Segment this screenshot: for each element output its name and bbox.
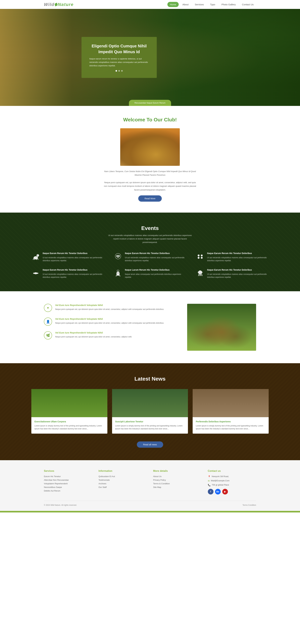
nav-services[interactable]: Services — [192, 2, 206, 7]
svg-point-0 — [34, 256, 38, 259]
logo[interactable]: Wild Nature — [44, 2, 74, 7]
news-title-2: Suscipit Laboriose Tenetur — [115, 420, 185, 423]
read-all-button[interactable]: Read all news — [137, 442, 163, 448]
svg-point-9 — [116, 255, 117, 256]
footer-service-5[interactable]: Debitis Aut Rerum — [44, 490, 92, 492]
event-text-5: Itaque Larum Rerum Hic Tenetur Doloribus… — [125, 268, 187, 279]
nav-about[interactable]: About — [180, 2, 191, 7]
event-title-1: Itaque Earum Rerum Hic Tenetur Doloribus — [43, 252, 104, 255]
svg-line-4 — [37, 259, 37, 260]
read-more-button[interactable]: Read More — [138, 195, 162, 202]
feature-item-3: 🌿 Vel Eum Iure Reprehenderit Voluptate N… — [44, 331, 178, 340]
hero-dot-3[interactable] — [121, 70, 123, 72]
svg-line-3 — [34, 259, 35, 260]
footer-more-heading: More details — [153, 470, 202, 472]
footer-info-heading: Information — [99, 470, 147, 472]
contact-email: ✉ Mail@Example.Com — [208, 480, 256, 482]
facebook-icon[interactable]: f — [208, 489, 213, 494]
behance-icon[interactable]: Be — [215, 489, 221, 494]
news-body-1: Lorem ipsum is simply dummy text of the … — [35, 424, 104, 430]
main-nav: Home About Services Typo Photo Gallery C… — [167, 2, 256, 7]
contact-address-text: Newyork Sill Road, — [212, 475, 229, 478]
svg-line-19 — [118, 270, 119, 271]
logo-nature: Nature — [58, 2, 74, 7]
footer-terms[interactable]: Terms Condition — [242, 504, 256, 506]
event-title-3: Itaque Earum Rerum Hic Tenetur Doloribus — [207, 252, 269, 255]
hero-cta-button[interactable]: Recusandae Itaque Earum Rerum — [129, 100, 171, 106]
event-title-4: Itaque Earum Rerum Hic Tenetur Doloribus — [43, 268, 104, 272]
svg-point-17 — [37, 273, 38, 274]
feature-item-2: 👤 Vel Eum Iure Reprehenderit Voluptate N… — [44, 318, 178, 326]
footer-service-1[interactable]: Earum Hic Tenetur — [44, 475, 92, 478]
footer-more-4[interactable]: Site Map — [153, 486, 202, 488]
lion-image — [120, 128, 180, 166]
event-item-1: Itaque Earum Rerum Hic Tenetur Doloribus… — [31, 252, 104, 262]
nav-typo[interactable]: Typo — [208, 2, 218, 7]
event-title-2: Itaque Earum Rerum Hic Tenetur Doloribus — [125, 252, 187, 255]
svg-point-20 — [116, 272, 120, 276]
svg-point-28 — [201, 272, 201, 272]
news-card-body-3: Perferendis Doloribus Asperiores Lorem i… — [193, 417, 269, 434]
svg-line-30 — [200, 274, 200, 276]
news-image-1 — [31, 389, 107, 417]
news-card-3: Perferendis Doloribus Asperiores Lorem i… — [193, 389, 269, 434]
footer-more-list: About Us Privacy Policy Terms & Conditio… — [153, 475, 202, 488]
footer-service-2[interactable]: Altercitae Non Recusandae — [44, 479, 92, 481]
footer-grid: Services Earum Hic Tenetur Altercitae No… — [44, 470, 256, 494]
svg-point-11 — [198, 254, 200, 256]
event-body-4: Ut aut reiciendis voluptatibus maiores a… — [43, 273, 104, 279]
footer-more-1[interactable]: About Us — [153, 475, 202, 478]
footer-service-3[interactable]: Voluptatem Reprehenderit — [44, 482, 92, 485]
hero-dots — [89, 70, 149, 72]
footer-service-4[interactable]: Necessitibus Saepe — [44, 486, 92, 488]
svg-point-26 — [198, 271, 203, 274]
footer-copyright: © 2024 Wild Nature. All rights reserved. — [44, 504, 77, 506]
green-bar — [0, 511, 300, 512]
footer-info-2[interactable]: Testimonials — [99, 479, 147, 481]
footer-more-3[interactable]: Terms & Condition — [153, 482, 202, 485]
latest-news-section: Latest News Exercitationem Ullam Corpora… — [0, 363, 300, 460]
footer-info-4[interactable]: Our Staff — [99, 486, 147, 488]
welcome-heading: Welcome To Our Club! — [60, 117, 240, 123]
feature-body-2: Neque porro quisquam est, qui dolorem ip… — [55, 322, 164, 324]
event-body-5: Itaque larum alias consequatur aut perfe… — [125, 273, 187, 279]
footer-contact-heading: Contact us — [208, 470, 256, 472]
welcome-section: Welcome To Our Club! Nam Libero Tempore,… — [0, 106, 300, 212]
svg-line-22 — [119, 275, 120, 276]
hero-title: Eligendi Optio Cumque Nihil Impedit Quo … — [89, 43, 149, 54]
footer: Services Earum Hic Tenetur Altercitae No… — [0, 460, 300, 511]
event-title-5: Itaque Larum Rerum Hic Tenetur Doloribus — [125, 268, 187, 272]
svg-line-29 — [198, 274, 199, 276]
welcome-body: Neque porro quisquam est, qui dolorem ip… — [103, 181, 197, 192]
news-body-2: Lorem ipsum is simply dummy text of the … — [115, 424, 185, 430]
event-body-1: Ut aut reiciendis voluptatibus maiores a… — [43, 256, 104, 262]
nav-home[interactable]: Home — [167, 2, 179, 7]
event-text-4: Itaque Earum Rerum Hic Tenetur Doloribus… — [43, 268, 104, 279]
contact-phone: 📞 756 gt global Place — [208, 484, 256, 486]
footer-info-3[interactable]: Archives — [99, 482, 147, 485]
feature-body-3: Neque porro quisquam est, qui dolorem ip… — [55, 335, 132, 338]
contact-email-text: Mail@Example.Com — [211, 480, 230, 482]
nav-contact-us[interactable]: Contact Us — [239, 2, 256, 7]
feature-icon-3: 🌿 — [44, 331, 52, 340]
nav-photo-gallery[interactable]: Photo Gallery — [219, 2, 238, 7]
footer-more-2[interactable]: Privacy Policy — [153, 479, 202, 481]
hero-dot-2[interactable] — [118, 70, 120, 72]
feature-icon-1: ♥ — [44, 304, 52, 312]
news-card-2: Suscipit Laboriose Tenetur Lorem ipsum i… — [112, 389, 188, 434]
footer-info-1[interactable]: Quibusdam Et Aut — [99, 475, 147, 478]
footer-more: More details About Us Privacy Policy Ter… — [153, 470, 202, 494]
event-title-6: Itaque Earum Rerum Hic Tenetur Doloribus — [207, 268, 269, 272]
event-icon-1 — [31, 252, 40, 260]
youtube-icon[interactable]: ▶ — [222, 489, 228, 494]
feature-item-1: ♥ Vel Eum Iure Reprehenderit Voluptate N… — [44, 304, 178, 312]
events-heading: Events — [31, 225, 269, 231]
welcome-subtitle: Nam Libero Tempore, Cum Soluta Nobis Est… — [103, 170, 197, 177]
svg-line-5 — [38, 258, 38, 260]
features-deer-image — [187, 304, 256, 351]
hero-dot-1[interactable] — [115, 70, 117, 72]
hero-section: Eligendi Optio Cumque Nihil Impedit Quo … — [0, 9, 300, 106]
feature-text-2: Vel Eum Iure Reprehenderit Voluptate Nih… — [55, 318, 164, 324]
event-body-6: Ut aut reiciendis voluptatibus maiores a… — [207, 273, 269, 279]
feature-icon-2: 👤 — [44, 318, 52, 326]
